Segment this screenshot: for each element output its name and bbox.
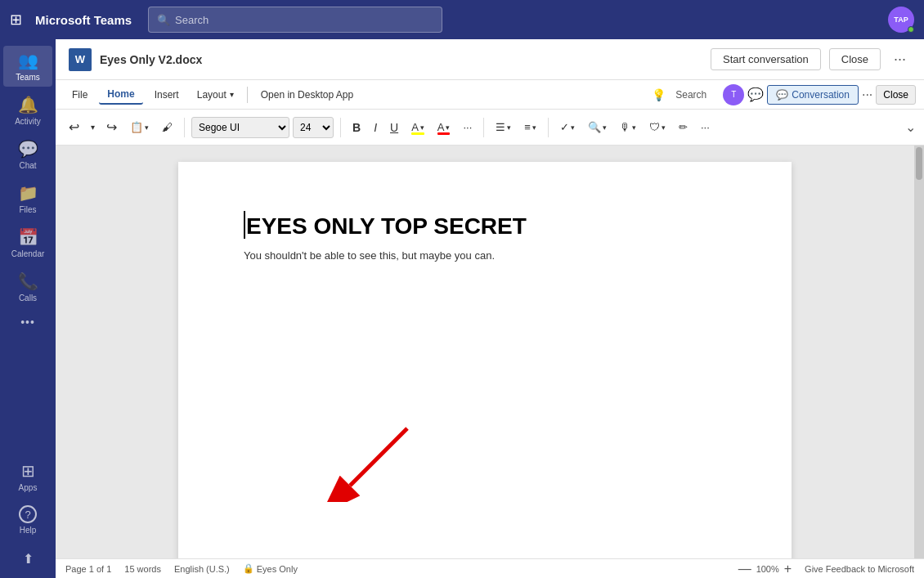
- sidebar-item-chat[interactable]: 💬 Chat: [3, 134, 52, 175]
- review-button[interactable]: ✓ ▾: [555, 118, 580, 137]
- sidebar-item-files[interactable]: 📁 Files: [3, 178, 52, 219]
- undo-button[interactable]: ↩: [64, 116, 84, 138]
- editor-button[interactable]: ✏: [674, 118, 693, 137]
- align-icon: ≡: [524, 121, 531, 133]
- ribbon-sep-4: [548, 118, 549, 137]
- more-options-icon[interactable]: ···: [889, 47, 911, 71]
- sidebar-label-help: Help: [20, 526, 37, 535]
- italic-button[interactable]: I: [369, 118, 382, 137]
- feedback-link[interactable]: Give Feedback to Microsoft: [805, 564, 914, 574]
- sidebar-item-teams[interactable]: 👥 Teams: [3, 46, 52, 87]
- search-box[interactable]: 🔍 Search: [148, 7, 442, 33]
- language: English (U.S.): [174, 564, 230, 574]
- bold-button[interactable]: B: [348, 118, 366, 137]
- font-family-select[interactable]: Segoe UI Calibri Arial Times New Roman: [191, 117, 289, 138]
- sensitivity-chevron: ▾: [662, 123, 666, 132]
- search-tab-label: Search: [675, 89, 706, 101]
- sensitivity-button[interactable]: 🛡 ▾: [644, 118, 671, 137]
- format-painter-icon: 🖌: [162, 121, 173, 133]
- tab-layout[interactable]: Layout ▾: [191, 86, 240, 104]
- conversation-icon: 💬: [776, 89, 788, 101]
- font-color-bar: [437, 132, 451, 135]
- clipboard-button[interactable]: 📋 ▾: [125, 118, 154, 137]
- zoom-in-button[interactable]: +: [784, 562, 792, 576]
- tab-file[interactable]: File: [64, 86, 96, 104]
- sidebar-label-teams: Teams: [16, 73, 39, 82]
- sidebar: 👥 Teams 🔔 Activity 💬 Chat 📁 Files 📅 Cale…: [0, 39, 56, 578]
- avatar-initials: TAP: [894, 16, 908, 24]
- underline-icon: U: [390, 121, 398, 134]
- clipboard-icon: 📋: [130, 121, 143, 133]
- sidebar-item-apps[interactable]: ⊞ Apps: [3, 456, 52, 497]
- sidebar-label-files: Files: [19, 205, 36, 214]
- sidebar-item-upload[interactable]: ⬆: [3, 546, 52, 571]
- tab-home[interactable]: Home: [99, 85, 142, 105]
- doc-heading: EYES ONLY TOP SECRET: [244, 211, 733, 240]
- more-icon: •••: [20, 316, 35, 329]
- files-icon: 📁: [18, 183, 38, 203]
- close-collab-button[interactable]: Close: [876, 85, 916, 105]
- start-conversation-button[interactable]: Start conversation: [711, 48, 821, 70]
- more-ribbon-button[interactable]: ···: [696, 118, 715, 137]
- app-title: Microsoft Teams: [35, 13, 132, 27]
- font-size-select[interactable]: 24 891011 12141618 20222836 4872: [293, 117, 334, 138]
- search-placeholder: Search: [175, 14, 209, 26]
- avatar[interactable]: TAP: [888, 7, 914, 33]
- review-icon: ✓: [560, 121, 569, 133]
- sidebar-label-chat: Chat: [19, 161, 36, 170]
- zoom-controls: — 100% +: [738, 562, 792, 576]
- more-format-button[interactable]: ···: [458, 118, 477, 137]
- search-button[interactable]: 🔍 ▾: [583, 118, 612, 137]
- chat-icon: 💬: [18, 139, 38, 159]
- editor-icon: ✏: [679, 121, 688, 133]
- scroll-thumb[interactable]: [916, 147, 922, 180]
- help-icon: ?: [19, 505, 37, 523]
- align-button[interactable]: ≡ ▾: [519, 118, 541, 137]
- grid-icon[interactable]: ⊞: [10, 11, 22, 29]
- teams-icon: 👥: [18, 51, 38, 70]
- redo-button[interactable]: ↪: [101, 116, 122, 138]
- open-desktop-button[interactable]: Open in Desktop App: [254, 86, 360, 104]
- sidebar-item-calls[interactable]: 📞 Calls: [3, 267, 52, 307]
- dictate-button[interactable]: 🎙 ▾: [615, 118, 641, 137]
- highlight-icon: A: [411, 121, 419, 133]
- layout-chevron-icon: ▾: [230, 90, 234, 99]
- svg-line-1: [350, 428, 407, 486]
- conversation-button[interactable]: 💬 Conversation: [767, 85, 859, 105]
- sidebar-item-activity[interactable]: 🔔 Activity: [3, 90, 52, 131]
- ribbon: ↩ ▾ ↪ 📋 ▾ 🖌 Segoe UI Calibri Arial Times…: [56, 110, 924, 146]
- underline-button[interactable]: U: [385, 118, 403, 137]
- close-doc-button[interactable]: Close: [829, 48, 881, 70]
- sidebar-label-activity: Activity: [15, 117, 41, 126]
- tab-insert[interactable]: Insert: [146, 86, 187, 104]
- ribbon-sep-2: [340, 118, 341, 137]
- font-color-button[interactable]: A ▾: [433, 118, 455, 137]
- sidebar-label-apps: Apps: [19, 483, 38, 492]
- list-icon: ☰: [496, 121, 505, 133]
- more-collab-button[interactable]: ···: [862, 87, 872, 102]
- list-chevron: ▾: [507, 123, 511, 132]
- lightbulb-icon: 💡: [652, 88, 666, 101]
- zoom-out-button[interactable]: —: [738, 562, 751, 576]
- list-button[interactable]: ☰ ▾: [491, 118, 516, 137]
- sidebar-item-help[interactable]: ? Help: [3, 500, 52, 540]
- vertical-scrollbar[interactable]: [914, 146, 924, 558]
- highlight-button[interactable]: A ▾: [406, 118, 429, 137]
- lock-icon: 🔒: [243, 563, 254, 574]
- lock-label: Eyes Only: [257, 564, 298, 574]
- sidebar-item-calendar[interactable]: 📅 Calendar: [3, 222, 52, 263]
- format-painter-button[interactable]: 🖌: [157, 118, 177, 137]
- comment-icon-button[interactable]: 💬: [747, 87, 764, 102]
- red-arrow-annotation: [325, 420, 424, 505]
- expand-ribbon-button[interactable]: ⌄: [905, 119, 916, 135]
- conversation-label: Conversation: [792, 89, 850, 101]
- search-icon: 🔍: [157, 14, 170, 26]
- bold-icon: B: [352, 121, 361, 134]
- clipboard-chevron: ▾: [145, 123, 149, 132]
- sidebar-item-more[interactable]: •••: [3, 311, 52, 334]
- toolbar-tabs: File Home Insert Layout ▾ Open in Deskto…: [56, 80, 924, 110]
- undo-dropdown-button[interactable]: ▾: [86, 119, 100, 135]
- search-tab[interactable]: Search: [669, 86, 713, 104]
- ribbon-sep-3: [483, 118, 484, 137]
- doc-page[interactable]: EYES ONLY TOP SECRET You shouldn't be ab…: [178, 162, 792, 558]
